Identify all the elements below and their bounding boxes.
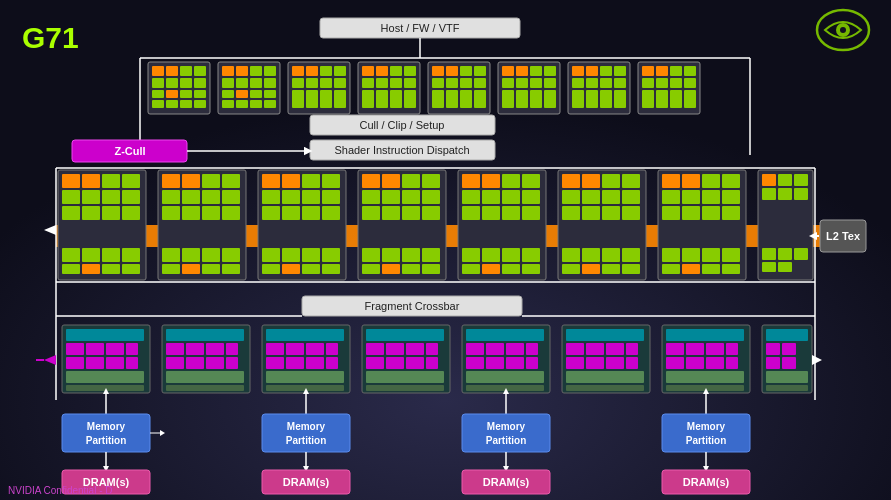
svg-rect-216 [462, 174, 480, 188]
svg-rect-340 [362, 325, 450, 393]
svg-rect-96 [502, 78, 514, 88]
svg-rect-114 [586, 90, 598, 108]
svg-text:DRAM(s): DRAM(s) [683, 476, 730, 488]
svg-rect-232 [462, 264, 480, 274]
svg-rect-138 [102, 174, 120, 188]
svg-rect-298 [302, 296, 522, 316]
svg-rect-238 [582, 174, 600, 188]
svg-rect-102 [530, 90, 542, 108]
svg-rect-47 [264, 90, 276, 98]
svg-rect-21 [180, 66, 192, 76]
svg-rect-269 [722, 206, 740, 220]
svg-rect-185 [322, 206, 340, 220]
svg-rect-182 [302, 190, 320, 204]
svg-rect-133 [82, 174, 100, 188]
svg-rect-326 [166, 371, 244, 383]
svg-rect-348 [406, 357, 424, 369]
svg-marker-400 [103, 414, 109, 420]
svg-rect-359 [486, 357, 504, 369]
svg-rect-37 [236, 66, 248, 76]
svg-rect-49 [236, 100, 248, 108]
svg-rect-434 [62, 470, 150, 494]
svg-rect-316 [162, 325, 250, 393]
svg-rect-26 [194, 78, 206, 88]
svg-rect-190 [262, 264, 280, 274]
svg-rect-319 [186, 343, 204, 355]
svg-rect-171 [202, 264, 220, 274]
svg-rect-249 [562, 248, 580, 262]
svg-rect-35 [218, 62, 280, 114]
svg-rect-67 [376, 66, 388, 76]
svg-rect-44 [222, 90, 234, 98]
svg-rect-61 [292, 90, 304, 108]
svg-rect-76 [390, 90, 402, 108]
svg-marker-396 [44, 355, 56, 365]
svg-rect-151 [122, 264, 140, 274]
svg-rect-78 [428, 62, 490, 114]
svg-rect-229 [482, 248, 500, 262]
svg-rect-130 [56, 225, 851, 247]
svg-rect-19 [152, 66, 164, 76]
svg-rect-241 [562, 206, 580, 220]
svg-rect-360 [506, 357, 524, 369]
svg-rect-213 [402, 264, 420, 274]
svg-rect-191 [282, 264, 300, 274]
svg-point-2 [817, 10, 869, 50]
svg-rect-40 [222, 78, 234, 88]
svg-rect-25 [180, 78, 192, 88]
svg-rect-215 [458, 170, 546, 280]
svg-rect-219 [482, 190, 500, 204]
svg-marker-409 [703, 414, 709, 420]
svg-rect-287 [794, 248, 808, 260]
svg-rect-101 [516, 90, 528, 108]
svg-rect-341 [366, 329, 444, 341]
svg-rect-36 [222, 66, 234, 76]
svg-rect-389 [766, 329, 808, 341]
svg-rect-223 [522, 174, 540, 188]
svg-text:Partition: Partition [486, 435, 527, 446]
svg-rect-380 [706, 343, 724, 355]
svg-rect-150 [102, 264, 120, 274]
svg-rect-330 [266, 343, 284, 355]
svg-rect-243 [602, 174, 620, 188]
svg-rect-93 [516, 66, 528, 76]
svg-rect-317 [166, 329, 244, 341]
svg-rect-192 [302, 264, 320, 274]
svg-rect-282 [778, 188, 792, 200]
svg-rect-157 [162, 206, 180, 220]
svg-rect-113 [572, 90, 584, 108]
svg-rect-11 [310, 115, 495, 135]
svg-rect-230 [502, 248, 520, 262]
svg-rect-77 [404, 90, 416, 108]
svg-rect-248 [622, 206, 640, 220]
svg-rect-314 [66, 371, 144, 383]
svg-rect-339 [266, 385, 344, 391]
svg-rect-254 [582, 264, 600, 274]
svg-rect-209 [402, 248, 420, 262]
svg-rect-198 [382, 190, 400, 204]
svg-rect-261 [682, 190, 700, 204]
svg-rect-355 [486, 343, 504, 355]
svg-rect-89 [460, 90, 472, 108]
svg-point-4 [840, 27, 846, 33]
svg-rect-180 [302, 174, 320, 188]
svg-rect-217 [482, 174, 500, 188]
svg-rect-277 [722, 264, 740, 274]
svg-rect-376 [662, 325, 750, 393]
svg-rect-82 [474, 66, 486, 76]
svg-rect-59 [320, 78, 332, 88]
svg-rect-73 [404, 78, 416, 88]
svg-rect-159 [202, 174, 220, 188]
svg-rect-1 [0, 0, 891, 500]
svg-rect-308 [106, 343, 124, 355]
svg-rect-218 [462, 190, 480, 204]
svg-rect-258 [662, 174, 680, 188]
svg-rect-139 [122, 174, 140, 188]
svg-rect-74 [362, 90, 374, 108]
svg-rect-260 [662, 190, 680, 204]
svg-rect-146 [102, 248, 120, 262]
svg-rect-13 [310, 140, 495, 160]
svg-rect-75 [376, 90, 388, 108]
svg-rect-154 [182, 174, 200, 188]
svg-rect-275 [682, 264, 700, 274]
